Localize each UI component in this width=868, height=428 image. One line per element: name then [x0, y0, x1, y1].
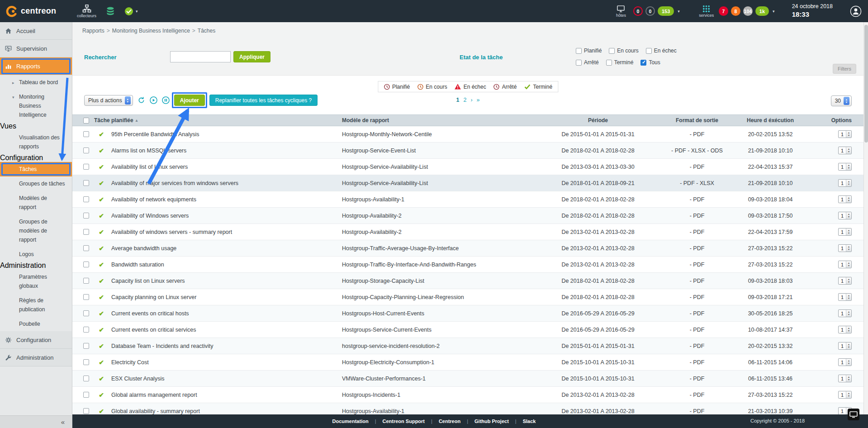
sidebar-item-visualisation-des-rapports[interactable]: Visualisation des rapports [0, 130, 72, 154]
table-row[interactable]: ✔Bandwidth saturationHostgroup-Traffic-B… [72, 257, 863, 273]
options-spinner[interactable]: 1▴▾ [838, 130, 852, 138]
table-row[interactable]: ✔Capacity list on Linux serversHostgroup… [72, 273, 863, 289]
spinner-arrows-icon[interactable]: ▴▾ [846, 131, 851, 138]
task-name[interactable]: Availability of windows servers - summar… [109, 229, 336, 235]
task-name[interactable]: Availability of Windows servers [109, 213, 336, 219]
options-spinner[interactable]: 1▴▾ [838, 179, 852, 187]
spinner-arrows-icon[interactable]: ▴▾ [846, 261, 851, 268]
row-checkbox[interactable] [83, 310, 89, 316]
table-row[interactable]: ✔Alarms list on MSSQL serversHostgroup-S… [72, 143, 863, 159]
row-checkbox[interactable] [83, 164, 89, 170]
task-name[interactable]: Electricity Cost [109, 359, 336, 366]
state-filter-en-cours[interactable]: En cours [609, 48, 638, 54]
sidebar-item-regles-de-publication[interactable]: Règles de publication [0, 293, 72, 317]
sidebar-item-configuration[interactable]: Configuration [0, 331, 72, 349]
fullscreen-icon[interactable] [848, 409, 859, 420]
options-spinner[interactable]: 1▴▾ [838, 147, 852, 154]
checkbox[interactable] [576, 48, 582, 54]
sidebar-item-configuration-bi[interactable]: Configuration [0, 154, 72, 162]
task-name[interactable]: Capacity planning on Linux server [109, 294, 336, 300]
services-status-group[interactable]: services 781041k ▾ [697, 5, 775, 18]
task-name[interactable]: Global availability - summary report [109, 408, 336, 414]
row-checkbox[interactable] [83, 278, 89, 284]
table-row[interactable]: ✔Availability of network equipmentsHostg… [72, 191, 863, 208]
table-row[interactable]: ✔Current events on critical hostsHostgro… [72, 305, 863, 322]
spinner-arrows-icon[interactable]: ▴▾ [846, 326, 851, 333]
options-spinner[interactable]: 1▴▾ [838, 358, 852, 366]
spinner-arrows-icon[interactable]: ▴▾ [846, 342, 851, 349]
status-counter[interactable]: 104 [743, 6, 753, 16]
options-spinner[interactable]: 1▴▾ [838, 228, 852, 236]
page-size-select[interactable]: 30 ▴▾ [831, 95, 852, 106]
footer-link-centreon-support[interactable]: Centreon Support [383, 418, 425, 424]
vertical-scrollbar[interactable] [863, 22, 868, 414]
breadcrumb-item[interactable]: Monitoring Business Intelligence [112, 28, 190, 34]
status-counter[interactable]: 7 [719, 6, 728, 16]
table-row[interactable]: ✔Average bandwidth usageHostgroup-Traffi… [72, 240, 863, 257]
checkbox[interactable] [640, 60, 646, 66]
status-counter[interactable]: 8 [731, 6, 740, 16]
row-checkbox[interactable] [83, 343, 89, 349]
spinner-arrows-icon[interactable]: ▴▾ [846, 147, 851, 154]
brand[interactable]: centreon [0, 5, 72, 17]
sidebar-item-tableau-de-bord[interactable]: ▸Tableau de bord [0, 75, 72, 90]
add-button[interactable]: Ajouter [174, 95, 205, 106]
sidebar-item-groupes-de-modeles-de-rapport[interactable]: Groupes de modèles de rapport [0, 214, 72, 247]
state-filter-arrêté[interactable]: Arrêté [576, 59, 599, 66]
next-page[interactable]: › [470, 97, 472, 103]
task-name[interactable]: Availability of major services from wind… [109, 180, 336, 186]
col-task[interactable]: Tâche planifiée▴ [93, 117, 336, 124]
row-checkbox[interactable] [83, 359, 89, 365]
table-row[interactable]: ✔95th Percentile Bandwidth AnalysisHostg… [72, 126, 863, 143]
row-checkbox[interactable] [83, 294, 89, 300]
spinner-arrows-icon[interactable]: ▴▾ [846, 310, 851, 317]
footer-link-centreon[interactable]: Centreon [439, 418, 460, 424]
task-name[interactable]: Alarms list on MSSQL servers [109, 147, 336, 154]
checkbox[interactable] [609, 48, 615, 54]
checkbox[interactable] [646, 48, 652, 54]
task-name[interactable]: 95th Percentile Bandwidth Analysis [109, 131, 336, 138]
spinner-arrows-icon[interactable]: ▴▾ [846, 180, 851, 186]
task-name[interactable]: Average bandwidth usage [109, 245, 336, 252]
row-checkbox[interactable] [83, 180, 89, 186]
refresh-icon[interactable] [138, 96, 145, 104]
table-row[interactable]: ✔Availability of windows servers - summa… [72, 224, 863, 240]
task-name[interactable]: Availability list of Linux servers [109, 164, 336, 170]
options-spinner[interactable]: 1▴▾ [838, 391, 852, 399]
row-checkbox[interactable] [83, 376, 89, 381]
table-row[interactable]: ✔ESX Cluster AnalysisVMWare-Cluster-Perf… [72, 371, 863, 387]
spinner-arrows-icon[interactable]: ▴▾ [846, 277, 851, 284]
footer-link-documentation[interactable]: Documentation [332, 418, 369, 424]
row-checkbox[interactable] [83, 245, 89, 251]
spinner-arrows-icon[interactable]: ▴▾ [846, 163, 851, 170]
state-filter-en-échec[interactable]: En échec [646, 48, 677, 54]
row-checkbox[interactable] [83, 408, 89, 414]
table-row[interactable]: ✔Electricity CostHostgroup-Electricity-C… [72, 354, 863, 371]
sidebar-item-taches[interactable]: Tâches [0, 162, 72, 176]
sidebar-item-poubelle[interactable]: Poubelle [0, 317, 72, 331]
state-filter-planifié[interactable]: Planifié [576, 48, 602, 54]
options-spinner[interactable]: 1▴▾ [838, 309, 852, 317]
database-status-button[interactable] [105, 6, 115, 16]
pollers-button[interactable]: collecteurs [77, 4, 96, 18]
task-name[interactable]: Bandwidth saturation [109, 262, 336, 268]
table-row[interactable]: ✔Global alarms management reportHostgrou… [72, 387, 863, 403]
options-spinner[interactable]: 1▴▾ [838, 326, 852, 333]
col-time[interactable]: Heure d éxécution [733, 117, 808, 124]
task-name[interactable]: Current events on critical services [109, 327, 336, 333]
spinner-arrows-icon[interactable]: ▴▾ [846, 375, 851, 382]
more-actions-select[interactable]: Plus d actions ▴▾ [84, 95, 133, 106]
scrollbar-thumb[interactable] [864, 25, 868, 143]
table-row[interactable]: ✔Availability of Windows serversHostgrou… [72, 208, 863, 224]
play-circle-icon[interactable] [150, 96, 157, 104]
replan-button[interactable]: Replanifier toutes les tâches cycliques … [209, 95, 318, 106]
row-checkbox[interactable] [83, 229, 89, 235]
page-1[interactable]: 1 [456, 97, 459, 103]
options-spinner[interactable]: 1▴▾ [838, 277, 852, 285]
options-spinner[interactable]: 1▴▾ [838, 342, 852, 350]
status-counter[interactable]: 0 [645, 6, 655, 16]
checkbox[interactable] [606, 60, 612, 66]
table-row[interactable]: ✔Availability of major services from win… [72, 175, 863, 191]
user-icon[interactable] [850, 5, 862, 17]
table-row[interactable]: ✔Global availability - summary reportHos… [72, 403, 863, 414]
